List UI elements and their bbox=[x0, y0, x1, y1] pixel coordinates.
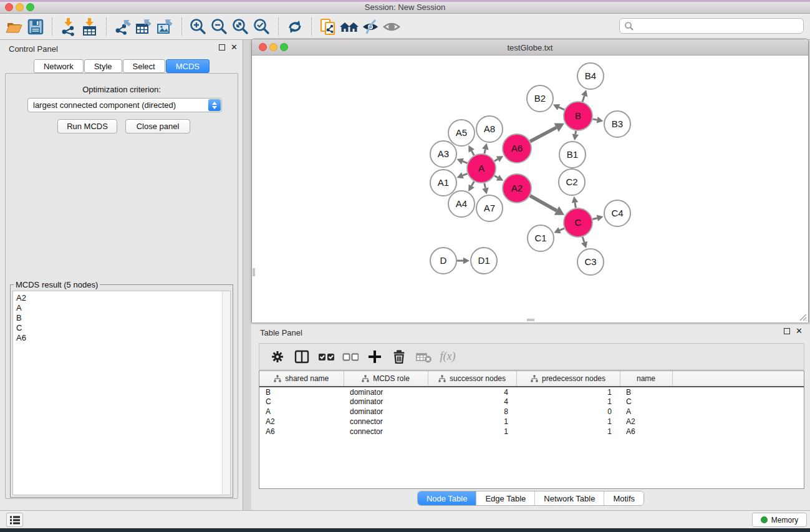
table-cell[interactable]: 1 bbox=[516, 387, 620, 397]
export-network-icon[interactable] bbox=[112, 16, 133, 37]
tab-network-table[interactable]: Network Table bbox=[534, 491, 604, 505]
tab-mcds[interactable]: MCDS bbox=[166, 59, 210, 73]
network-horizontal-scroll-thumb[interactable] bbox=[527, 319, 534, 321]
table-cell[interactable]: A bbox=[259, 407, 344, 417]
table-cell[interactable]: dominator bbox=[344, 407, 428, 417]
table-cell[interactable]: A2 bbox=[620, 417, 672, 427]
run-mcds-button[interactable]: Run MCDS bbox=[57, 119, 117, 133]
result-item[interactable]: A6 bbox=[16, 333, 230, 343]
table-cell[interactable]: connector bbox=[344, 427, 428, 437]
table-cell[interactable]: 1 bbox=[428, 427, 516, 437]
graph-edge-C-C1[interactable] bbox=[560, 228, 564, 230]
table-cell[interactable]: B bbox=[620, 387, 672, 397]
result-item[interactable]: C bbox=[16, 323, 230, 333]
network-window-titlebar[interactable]: testGlobe.txt bbox=[252, 39, 808, 56]
graph-edge-C-C2[interactable] bbox=[575, 203, 576, 208]
memory-button[interactable]: Memory bbox=[752, 513, 807, 527]
column-header-name[interactable]: name bbox=[620, 371, 672, 387]
table-cell[interactable]: dominator bbox=[344, 387, 428, 397]
home-view-icon[interactable] bbox=[339, 16, 360, 37]
zoom-in-icon[interactable] bbox=[188, 16, 209, 37]
column-header-MCDS-role[interactable]: MCDS role bbox=[344, 371, 428, 387]
graph-edge-A-A6[interactable] bbox=[494, 159, 498, 161]
result-list-scrollbar[interactable] bbox=[222, 291, 230, 495]
tab-network[interactable]: Network bbox=[34, 59, 84, 73]
graph-edge-A-A8[interactable] bbox=[485, 149, 485, 153]
delete-column-trash-icon[interactable] bbox=[391, 349, 407, 365]
network-vertical-scroll-thumb[interactable] bbox=[253, 268, 255, 276]
import-table-icon[interactable] bbox=[79, 16, 100, 37]
clone-network-icon[interactable] bbox=[317, 16, 339, 37]
graph-edge-A-A5[interactable] bbox=[471, 151, 474, 155]
table-cell[interactable]: connector bbox=[344, 417, 428, 427]
node-table[interactable]: shared nameMCDS rolesuccessor nodesprede… bbox=[259, 370, 804, 489]
close-panel-button[interactable]: Close panel bbox=[125, 119, 190, 133]
show-panels-eye-icon[interactable] bbox=[381, 16, 402, 37]
select-all-checks-icon[interactable] bbox=[318, 349, 334, 365]
export-image-icon[interactable] bbox=[155, 16, 176, 37]
add-column-icon[interactable] bbox=[367, 349, 383, 365]
tab-node-table[interactable]: Node Table bbox=[418, 491, 476, 505]
node-table-header-row[interactable]: shared nameMCDS rolesuccessor nodesprede… bbox=[259, 371, 804, 387]
graph-edge-B-B3[interactable] bbox=[593, 119, 597, 120]
save-session-icon[interactable] bbox=[25, 16, 46, 37]
table-cell[interactable]: dominator bbox=[344, 397, 428, 407]
tab-motifs[interactable]: Motifs bbox=[604, 491, 644, 505]
tab-edge-table[interactable]: Edge Table bbox=[476, 491, 534, 505]
table-row[interactable]: A2connector11A2 bbox=[259, 417, 804, 427]
column-layout-icon[interactable] bbox=[294, 349, 310, 365]
graph-edge-A-A1[interactable] bbox=[463, 173, 468, 175]
zoom-out-icon[interactable] bbox=[209, 16, 230, 37]
table-cell[interactable]: C bbox=[620, 397, 672, 407]
graph-edge-C-C3[interactable] bbox=[582, 237, 584, 243]
graph-edge-A-A3[interactable] bbox=[463, 162, 468, 163]
graph-edge-A-A7[interactable] bbox=[485, 183, 486, 188]
table-cell[interactable]: B bbox=[259, 387, 344, 397]
table-row[interactable]: A6connector11A6 bbox=[259, 427, 804, 437]
optimization-criterion-dropdown[interactable]: largest connected component (directed) bbox=[27, 98, 222, 112]
graph-edge-B-B1[interactable] bbox=[576, 131, 576, 134]
refresh-icon[interactable] bbox=[284, 16, 306, 37]
graph-edge-B-B4[interactable] bbox=[582, 96, 584, 102]
table-row[interactable]: Bdominator41B bbox=[259, 387, 804, 397]
table-row[interactable]: Adominator80A bbox=[259, 407, 804, 417]
column-header-predecessor-nodes[interactable]: predecessor nodes bbox=[516, 371, 620, 387]
tab-style[interactable]: Style bbox=[84, 59, 122, 73]
table-cell[interactable]: A6 bbox=[620, 427, 672, 437]
result-item[interactable]: A2 bbox=[16, 293, 230, 303]
column-header-shared-name[interactable]: shared name bbox=[259, 371, 344, 387]
tab-select[interactable]: Select bbox=[123, 59, 165, 73]
mcds-result-list[interactable]: A2ABCA6 bbox=[12, 291, 231, 495]
graph-edge-A2-C[interactable] bbox=[530, 196, 557, 211]
table-cell[interactable]: 4 bbox=[428, 397, 516, 407]
open-session-icon[interactable] bbox=[4, 16, 25, 37]
table-cell[interactable]: 4 bbox=[428, 387, 516, 397]
table-cell[interactable]: 1 bbox=[516, 417, 620, 427]
hide-panels-eye-icon[interactable] bbox=[360, 16, 381, 37]
float-panel-icon[interactable] bbox=[219, 44, 225, 51]
graph-edge-A-A4[interactable] bbox=[471, 181, 474, 186]
table-cell[interactable]: 8 bbox=[428, 407, 516, 417]
column-header-successor-nodes[interactable]: successor nodes bbox=[428, 371, 516, 387]
table-cell[interactable]: A2 bbox=[259, 417, 344, 427]
graph-edge-B-B2[interactable] bbox=[559, 107, 564, 110]
zoom-fit-icon[interactable] bbox=[230, 16, 251, 37]
delete-table-icon[interactable] bbox=[415, 349, 432, 365]
task-history-button[interactable] bbox=[6, 513, 23, 527]
search-input[interactable] bbox=[637, 22, 803, 31]
import-network-icon[interactable] bbox=[58, 16, 79, 37]
table-cell[interactable]: A6 bbox=[259, 427, 344, 437]
result-item[interactable]: A bbox=[16, 303, 230, 313]
graph-edge-A-A2[interactable] bbox=[494, 176, 498, 178]
network-canvas[interactable]: B4B2BB3A8A5A6A3B1AC2A1A2A4A7C4CC1C3DD1 bbox=[252, 56, 808, 322]
export-table-icon[interactable] bbox=[133, 16, 155, 37]
table-cell[interactable]: 1 bbox=[428, 417, 516, 427]
resize-grip-icon[interactable] bbox=[798, 312, 807, 321]
search-field[interactable] bbox=[619, 18, 804, 34]
deselect-all-checks-icon[interactable] bbox=[342, 349, 359, 365]
close-panel-icon[interactable]: ✕ bbox=[796, 328, 803, 334]
table-cell[interactable]: 1 bbox=[516, 397, 620, 407]
graph-edge-A6-B[interactable] bbox=[530, 127, 556, 141]
graph-edge-C-C4[interactable] bbox=[592, 218, 597, 220]
result-item[interactable]: B bbox=[16, 313, 230, 323]
